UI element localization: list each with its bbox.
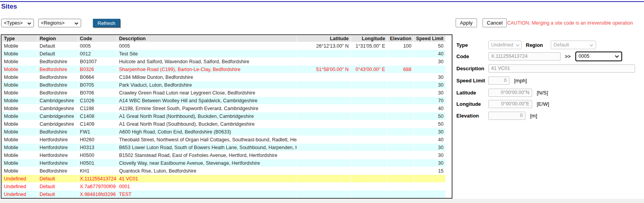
column-header: Latitude (297, 36, 351, 42)
page-title: Sites (1, 3, 17, 11)
table-row[interactable]: MobileCambridgeshireC1408A1 Great North … (2, 112, 445, 120)
cell-code: B0705 (78, 81, 117, 89)
chevron-down-icon (589, 42, 593, 48)
table-row[interactable]: MobileHertfordshireH0313B653 Lower Luton… (2, 144, 445, 151)
chevron-down-icon (516, 42, 520, 48)
cell-region: Cambridgeshire (37, 105, 77, 112)
table-row[interactable]: MobileCambridgeshireC1026A14 WBC Between… (2, 97, 445, 104)
cell-code: H0500 (78, 151, 117, 159)
regions-filter-select[interactable]: <Regions> (38, 19, 81, 27)
cell-description: A14 WBC Between Woolley Hill and Spaldwi… (117, 97, 297, 104)
table-row[interactable]: MobileBedfordshireB0664C184 Millow Dunto… (2, 73, 445, 81)
description-label: Description (456, 66, 488, 71)
type-label: Type (456, 42, 488, 48)
cell-type: Mobile (2, 81, 37, 89)
table-row[interactable]: MobileBedfordshireB0326Sharpenhoe Road (… (2, 66, 445, 73)
table-row[interactable]: MobileBedfordshireB0706Crawley Green Roa… (2, 89, 445, 96)
cell-longitude (351, 112, 387, 120)
cell-latitude: 51°58'00.00" N (297, 66, 351, 73)
form-row-code: Code >> 0005 (456, 52, 644, 61)
cell-latitude (297, 167, 351, 175)
longitude-unit: [E/W] (537, 101, 549, 107)
elevation-input[interactable] (488, 112, 525, 120)
cell-longitude (351, 50, 387, 57)
cell-type: Mobile (2, 128, 37, 135)
cell-longitude (351, 73, 387, 81)
cell-latitude (297, 183, 351, 190)
cell-speed_limit: 30 (414, 128, 445, 135)
cell-longitude (351, 151, 387, 159)
latitude-input[interactable] (488, 89, 532, 97)
cell-type: Undefined (2, 175, 37, 182)
refresh-button[interactable]: Refresh (93, 19, 120, 27)
cell-description: A1 Great North Road (Northbound), Buckde… (117, 112, 297, 120)
table-row[interactable]: MobileBedfordshireB0705Park Viaduct, Lut… (2, 81, 445, 89)
types-filter-select[interactable]: <Types> (1, 19, 34, 27)
cell-latitude (297, 144, 351, 151)
description-input[interactable] (488, 64, 635, 73)
cell-speed_limit: 30 (414, 81, 445, 89)
column-header: Elevation (387, 36, 413, 42)
table-row[interactable]: MobileBedfordshireKH1Quantock Rise, Luto… (2, 167, 445, 175)
cell-longitude (351, 175, 387, 182)
apply-button[interactable]: Apply (456, 18, 477, 27)
merge-target-select[interactable]: 0005 (575, 52, 622, 61)
type-select-value: Undefined (491, 42, 513, 48)
cell-elevation (387, 159, 413, 167)
table-header-row: TypeRegionCodeDescriptionLatitudeLongitu… (2, 36, 445, 42)
table-row[interactable]: MobileDefault0005000526°12'13.00" N1°31'… (2, 42, 445, 50)
table-row[interactable]: MobileCambridgeshireC1198A1198, Ermine S… (2, 105, 445, 112)
table-row[interactable]: MobileBedfordshireFW1A600 High Road, Cot… (2, 128, 445, 135)
table-row[interactable]: MobileDefault0012Test Site40 (2, 50, 445, 57)
table-row[interactable]: MobileCambridgeshireC1409A1 Great North … (2, 120, 445, 128)
table-row[interactable]: MobileHertfordshireH0500B1502 Stanstead … (2, 151, 445, 159)
speed-limit-input[interactable] (488, 77, 509, 85)
code-input[interactable] (488, 52, 561, 61)
type-select[interactable]: Undefined (488, 41, 522, 49)
cell-type: Mobile (2, 58, 37, 65)
cell-description: Sharpenhoe Road (C199), Barton-Le-Clay, … (117, 66, 297, 73)
cell-speed_limit: 50 (414, 120, 445, 128)
cell-region: Hertfordshire (37, 151, 77, 159)
column-header: Code (78, 36, 117, 42)
table-row[interactable]: MobileHertfordshireH0260Theobald Street,… (2, 136, 445, 143)
cell-speed_limit (414, 66, 445, 73)
cell-elevation (387, 58, 413, 65)
cell-code: C1026 (78, 97, 117, 104)
table-row[interactable]: UndefinedDefaultX.984816fd3296TEST (2, 191, 445, 198)
cell-elevation (387, 120, 413, 128)
cell-description: A1198, Ermine Street South, Papworth Eve… (117, 105, 297, 112)
cell-latitude (297, 105, 351, 112)
chevron-down-icon (27, 20, 31, 26)
region-label: Region (526, 42, 551, 48)
cell-region: Hertfordshire (37, 136, 77, 143)
cell-latitude (297, 136, 351, 143)
table-row[interactable]: MobileHertfordshireH0501Clovelly Way, ne… (2, 159, 445, 167)
form-row-longitude: Longitude [E/W] (456, 99, 644, 109)
cell-elevation (387, 151, 413, 159)
table-row[interactable]: UndefinedDefaultX.7a6779700f090001 (2, 183, 445, 190)
longitude-input[interactable] (488, 100, 532, 108)
region-select-value: Default (554, 42, 569, 48)
cell-description: TEST (117, 191, 297, 198)
cell-speed_limit: 30 (414, 89, 445, 96)
caution-message: CAUTION: Merging a site code is an irrev… (507, 20, 633, 26)
cell-code: 0005 (78, 42, 117, 50)
chevron-down-icon (75, 20, 78, 26)
elevation-label: Elevation (456, 113, 488, 119)
form-row-latitude: Latitude [N/S] (456, 88, 644, 97)
region-select[interactable]: Default (551, 41, 596, 49)
speed-limit-label: Speed Limit (456, 78, 488, 84)
table-row[interactable]: UndefinedDefaultX.11125541372441 VC01 (2, 175, 445, 182)
table-row[interactable]: MobileBedfordshireB01007Hulcote and Salf… (2, 58, 445, 65)
cell-description: B653 Lower Luton Road, South of Bowers H… (117, 144, 297, 151)
cell-type: Mobile (2, 167, 37, 175)
cell-latitude (297, 97, 351, 104)
cell-description: Test Site (117, 50, 297, 57)
cell-type: Mobile (2, 112, 37, 120)
cell-description: 0001 (117, 183, 297, 190)
cell-longitude: 1°31'05.00" E (351, 42, 387, 50)
cancel-button[interactable]: Cancel (483, 18, 507, 27)
cell-latitude (297, 73, 351, 81)
cell-elevation (387, 97, 413, 104)
